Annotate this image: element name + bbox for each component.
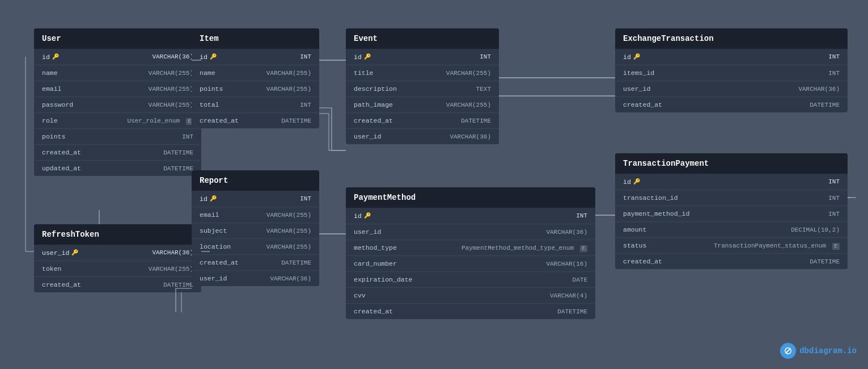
table-row: user_id 🔑 VARCHAR(36) — [34, 245, 201, 261]
table-row: created_at DATETIME — [346, 303, 595, 319]
table-row: items_id INT — [615, 65, 848, 81]
col-name: transaction_id — [623, 194, 678, 202]
col-type: DATETIME — [810, 258, 840, 265]
col-type: TransactionPayment_status_enum E — [714, 242, 840, 249]
table-item-title: Item — [200, 34, 219, 43]
table-row: updated_at DATETIME — [34, 160, 201, 176]
table-row: points INT — [34, 128, 201, 144]
col-name: items_id — [623, 69, 654, 77]
col-name: card_number — [354, 260, 397, 267]
table-row: amount DECIMAL(10,2) — [615, 221, 848, 237]
col-name: created_at — [42, 149, 81, 156]
table-transactionpayment-body: id 🔑 INT transaction_id INT payment_meth… — [615, 174, 848, 269]
table-item: Item id 🔑 INT name VARCHAR(255) points V… — [192, 28, 319, 128]
table-paymentmethod: PaymentMethod id 🔑 INT user_id VARCHAR(3… — [346, 187, 595, 319]
col-type: VARCHAR(36) — [152, 53, 193, 60]
table-row: role User_role_enum E — [34, 112, 201, 128]
table-refreshtoken-title: RefreshToken — [42, 230, 99, 239]
col-name: email — [200, 211, 219, 219]
table-report-header: Report — [192, 170, 319, 191]
table-exchangetransaction: ExchangeTransaction id 🔑 INT items_id IN… — [615, 28, 848, 112]
table-report-title: Report — [200, 176, 228, 185]
col-name: total — [200, 101, 219, 108]
table-paymentmethod-body: id 🔑 INT user_id VARCHAR(36) method_type… — [346, 208, 595, 319]
table-row: status TransactionPayment_status_enum E — [615, 237, 848, 253]
col-name: created_at — [623, 101, 662, 108]
col-type: DECIMAL(10,2) — [791, 227, 840, 233]
col-type: VARCHAR(4) — [550, 292, 587, 299]
col-name: password — [42, 101, 73, 108]
col-name: created_at — [354, 117, 393, 124]
table-event-header: Event — [346, 28, 499, 49]
table-exchangetransaction-header: ExchangeTransaction — [615, 28, 848, 49]
col-type: VARCHAR(36) — [798, 86, 840, 93]
col-name: payment_method_id — [623, 210, 689, 217]
table-row: path_image VARCHAR(255) — [346, 97, 499, 112]
col-type: PaymentMethod_method_type_enum E — [461, 245, 587, 251]
table-transactionpayment-header: TransactionPayment — [615, 153, 848, 174]
table-row: payment_method_id INT — [615, 206, 848, 221]
col-name: created_at — [200, 117, 239, 124]
col-type: VARCHAR(255) — [149, 266, 193, 272]
table-row: id 🔑 INT — [615, 174, 848, 190]
watermark-icon — [780, 343, 796, 359]
col-type: INT — [300, 53, 311, 60]
table-row: points VARCHAR(255) — [192, 81, 319, 97]
col-name: id 🔑 — [42, 53, 59, 61]
col-type: DATETIME — [557, 308, 587, 315]
pk-icon: 🔑 — [364, 212, 371, 219]
col-type: INT — [828, 195, 840, 202]
pk-icon: 🔑 — [364, 53, 371, 60]
col-name: cvv — [354, 292, 366, 299]
table-row: token VARCHAR(255) — [34, 261, 201, 276]
table-row: user_id VARCHAR(36) — [615, 81, 848, 97]
enum-badge: E — [832, 243, 840, 250]
col-name: created_at — [623, 258, 662, 265]
pk-icon: 🔑 — [210, 195, 217, 202]
table-row: created_at DATETIME — [34, 276, 201, 292]
table-paymentmethod-title: PaymentMethod — [354, 193, 416, 202]
col-type: VARCHAR(255) — [266, 212, 311, 219]
col-type: VARCHAR(255) — [266, 228, 311, 234]
table-user: User id 🔑 VARCHAR(36) name VARCHAR(255) … — [34, 28, 201, 176]
table-row: user_id VARCHAR(36) — [192, 270, 319, 286]
col-name: title — [354, 69, 374, 77]
col-type: TEXT — [476, 86, 491, 93]
table-row: description TEXT — [346, 81, 499, 97]
table-row: name VARCHAR(255) — [192, 65, 319, 81]
table-row: subject VARCHAR(255) — [192, 223, 319, 238]
table-row: card_number VARCHAR(16) — [346, 255, 595, 271]
pk-icon: 🔑 — [633, 178, 640, 185]
col-type: INT — [300, 102, 311, 108]
col-type: VARCHAR(36) — [152, 249, 193, 256]
col-type: DATETIME — [281, 259, 311, 266]
col-type: DATE — [573, 276, 587, 283]
table-row: email VARCHAR(255) — [34, 81, 201, 97]
table-row: method_type PaymentMethod_method_type_en… — [346, 240, 595, 255]
table-user-title: User — [42, 34, 61, 43]
col-name: path_image — [354, 101, 393, 108]
col-type: DATETIME — [163, 165, 193, 172]
col-type: VARCHAR(255) — [149, 70, 193, 77]
table-event: Event id 🔑 INT title VARCHAR(255) descri… — [346, 28, 499, 144]
col-name: token — [42, 265, 62, 272]
col-name: updated_at — [42, 165, 81, 172]
col-name: id 🔑 — [623, 53, 640, 61]
col-name: description — [354, 85, 397, 93]
col-name: method_type — [354, 244, 397, 251]
col-name: location — [200, 243, 231, 250]
table-row: expiration_date DATE — [346, 271, 595, 287]
col-type: INT — [828, 211, 840, 217]
col-name: user_id — [354, 133, 381, 140]
col-type: DATETIME — [281, 118, 311, 124]
col-type: DATETIME — [810, 102, 840, 108]
col-name: user_id — [354, 228, 381, 236]
table-row: id 🔑 INT — [192, 191, 319, 207]
table-row: id 🔑 INT — [192, 49, 319, 65]
col-type: INT — [480, 53, 491, 60]
col-type: VARCHAR(36) — [546, 229, 587, 236]
col-type: VARCHAR(255) — [149, 102, 193, 108]
table-row: total INT — [192, 97, 319, 112]
col-name: user_id — [200, 275, 227, 282]
table-row: created_at DATETIME — [615, 253, 848, 269]
